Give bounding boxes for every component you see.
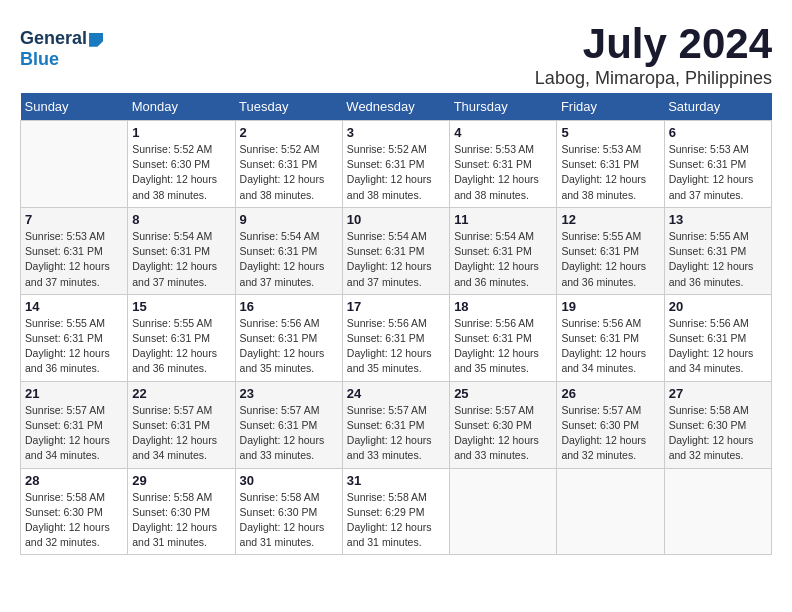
calendar-cell: 25Sunrise: 5:57 AM Sunset: 6:30 PM Dayli… bbox=[450, 381, 557, 468]
logo-icon bbox=[89, 33, 103, 47]
calendar-cell: 28Sunrise: 5:58 AM Sunset: 6:30 PM Dayli… bbox=[21, 468, 128, 555]
day-number: 24 bbox=[347, 386, 445, 401]
day-info: Sunrise: 5:56 AM Sunset: 6:31 PM Dayligh… bbox=[561, 316, 659, 377]
calendar-week-4: 21Sunrise: 5:57 AM Sunset: 6:31 PM Dayli… bbox=[21, 381, 772, 468]
day-info: Sunrise: 5:57 AM Sunset: 6:31 PM Dayligh… bbox=[25, 403, 123, 464]
calendar-cell bbox=[557, 468, 664, 555]
calendar-cell: 4Sunrise: 5:53 AM Sunset: 6:31 PM Daylig… bbox=[450, 121, 557, 208]
day-info: Sunrise: 5:53 AM Sunset: 6:31 PM Dayligh… bbox=[454, 142, 552, 203]
page-subtitle: Labog, Mimaropa, Philippines bbox=[20, 68, 772, 89]
calendar-cell: 3Sunrise: 5:52 AM Sunset: 6:31 PM Daylig… bbox=[342, 121, 449, 208]
day-info: Sunrise: 5:55 AM Sunset: 6:31 PM Dayligh… bbox=[25, 316, 123, 377]
calendar-cell: 13Sunrise: 5:55 AM Sunset: 6:31 PM Dayli… bbox=[664, 207, 771, 294]
calendar-cell: 14Sunrise: 5:55 AM Sunset: 6:31 PM Dayli… bbox=[21, 294, 128, 381]
day-info: Sunrise: 5:55 AM Sunset: 6:31 PM Dayligh… bbox=[132, 316, 230, 377]
logo-blue: Blue bbox=[20, 49, 59, 69]
calendar-week-5: 28Sunrise: 5:58 AM Sunset: 6:30 PM Dayli… bbox=[21, 468, 772, 555]
logo-general: General bbox=[20, 28, 87, 48]
day-number: 2 bbox=[240, 125, 338, 140]
day-info: Sunrise: 5:57 AM Sunset: 6:30 PM Dayligh… bbox=[454, 403, 552, 464]
day-info: Sunrise: 5:57 AM Sunset: 6:31 PM Dayligh… bbox=[132, 403, 230, 464]
calendar-cell: 15Sunrise: 5:55 AM Sunset: 6:31 PM Dayli… bbox=[128, 294, 235, 381]
day-number: 10 bbox=[347, 212, 445, 227]
column-header-sunday: Sunday bbox=[21, 93, 128, 121]
day-number: 13 bbox=[669, 212, 767, 227]
day-number: 11 bbox=[454, 212, 552, 227]
calendar-cell: 31Sunrise: 5:58 AM Sunset: 6:29 PM Dayli… bbox=[342, 468, 449, 555]
day-info: Sunrise: 5:54 AM Sunset: 6:31 PM Dayligh… bbox=[240, 229, 338, 290]
calendar-cell: 21Sunrise: 5:57 AM Sunset: 6:31 PM Dayli… bbox=[21, 381, 128, 468]
calendar-cell: 10Sunrise: 5:54 AM Sunset: 6:31 PM Dayli… bbox=[342, 207, 449, 294]
day-info: Sunrise: 5:57 AM Sunset: 6:30 PM Dayligh… bbox=[561, 403, 659, 464]
calendar-cell: 2Sunrise: 5:52 AM Sunset: 6:31 PM Daylig… bbox=[235, 121, 342, 208]
calendar-week-3: 14Sunrise: 5:55 AM Sunset: 6:31 PM Dayli… bbox=[21, 294, 772, 381]
day-number: 31 bbox=[347, 473, 445, 488]
calendar-header-row: SundayMondayTuesdayWednesdayThursdayFrid… bbox=[21, 93, 772, 121]
calendar-cell: 23Sunrise: 5:57 AM Sunset: 6:31 PM Dayli… bbox=[235, 381, 342, 468]
calendar-cell: 1Sunrise: 5:52 AM Sunset: 6:30 PM Daylig… bbox=[128, 121, 235, 208]
calendar-cell: 22Sunrise: 5:57 AM Sunset: 6:31 PM Dayli… bbox=[128, 381, 235, 468]
calendar-cell: 9Sunrise: 5:54 AM Sunset: 6:31 PM Daylig… bbox=[235, 207, 342, 294]
calendar-cell: 20Sunrise: 5:56 AM Sunset: 6:31 PM Dayli… bbox=[664, 294, 771, 381]
day-number: 1 bbox=[132, 125, 230, 140]
day-number: 29 bbox=[132, 473, 230, 488]
logo: General Blue bbox=[20, 28, 103, 70]
day-number: 8 bbox=[132, 212, 230, 227]
day-info: Sunrise: 5:55 AM Sunset: 6:31 PM Dayligh… bbox=[561, 229, 659, 290]
calendar-cell bbox=[664, 468, 771, 555]
calendar-cell bbox=[21, 121, 128, 208]
day-info: Sunrise: 5:56 AM Sunset: 6:31 PM Dayligh… bbox=[669, 316, 767, 377]
calendar-cell: 24Sunrise: 5:57 AM Sunset: 6:31 PM Dayli… bbox=[342, 381, 449, 468]
calendar-cell: 8Sunrise: 5:54 AM Sunset: 6:31 PM Daylig… bbox=[128, 207, 235, 294]
day-number: 23 bbox=[240, 386, 338, 401]
day-number: 21 bbox=[25, 386, 123, 401]
day-info: Sunrise: 5:58 AM Sunset: 6:29 PM Dayligh… bbox=[347, 490, 445, 551]
day-number: 7 bbox=[25, 212, 123, 227]
day-info: Sunrise: 5:56 AM Sunset: 6:31 PM Dayligh… bbox=[347, 316, 445, 377]
column-header-wednesday: Wednesday bbox=[342, 93, 449, 121]
day-info: Sunrise: 5:58 AM Sunset: 6:30 PM Dayligh… bbox=[240, 490, 338, 551]
day-info: Sunrise: 5:55 AM Sunset: 6:31 PM Dayligh… bbox=[669, 229, 767, 290]
calendar-cell: 11Sunrise: 5:54 AM Sunset: 6:31 PM Dayli… bbox=[450, 207, 557, 294]
calendar-cell: 19Sunrise: 5:56 AM Sunset: 6:31 PM Dayli… bbox=[557, 294, 664, 381]
calendar-cell: 30Sunrise: 5:58 AM Sunset: 6:30 PM Dayli… bbox=[235, 468, 342, 555]
column-header-saturday: Saturday bbox=[664, 93, 771, 121]
page-header: July 2024 Labog, Mimaropa, Philippines bbox=[20, 20, 772, 89]
day-number: 15 bbox=[132, 299, 230, 314]
day-info: Sunrise: 5:58 AM Sunset: 6:30 PM Dayligh… bbox=[132, 490, 230, 551]
calendar-cell: 12Sunrise: 5:55 AM Sunset: 6:31 PM Dayli… bbox=[557, 207, 664, 294]
day-info: Sunrise: 5:58 AM Sunset: 6:30 PM Dayligh… bbox=[25, 490, 123, 551]
day-number: 14 bbox=[25, 299, 123, 314]
day-number: 19 bbox=[561, 299, 659, 314]
day-number: 12 bbox=[561, 212, 659, 227]
calendar-cell: 16Sunrise: 5:56 AM Sunset: 6:31 PM Dayli… bbox=[235, 294, 342, 381]
day-info: Sunrise: 5:56 AM Sunset: 6:31 PM Dayligh… bbox=[240, 316, 338, 377]
day-info: Sunrise: 5:57 AM Sunset: 6:31 PM Dayligh… bbox=[347, 403, 445, 464]
calendar-cell: 6Sunrise: 5:53 AM Sunset: 6:31 PM Daylig… bbox=[664, 121, 771, 208]
day-number: 25 bbox=[454, 386, 552, 401]
calendar-week-2: 7Sunrise: 5:53 AM Sunset: 6:31 PM Daylig… bbox=[21, 207, 772, 294]
day-number: 16 bbox=[240, 299, 338, 314]
day-number: 20 bbox=[669, 299, 767, 314]
day-number: 22 bbox=[132, 386, 230, 401]
column-header-friday: Friday bbox=[557, 93, 664, 121]
day-number: 17 bbox=[347, 299, 445, 314]
day-info: Sunrise: 5:56 AM Sunset: 6:31 PM Dayligh… bbox=[454, 316, 552, 377]
day-number: 9 bbox=[240, 212, 338, 227]
day-info: Sunrise: 5:53 AM Sunset: 6:31 PM Dayligh… bbox=[561, 142, 659, 203]
day-info: Sunrise: 5:52 AM Sunset: 6:30 PM Dayligh… bbox=[132, 142, 230, 203]
day-number: 6 bbox=[669, 125, 767, 140]
calendar-week-1: 1Sunrise: 5:52 AM Sunset: 6:30 PM Daylig… bbox=[21, 121, 772, 208]
day-number: 18 bbox=[454, 299, 552, 314]
calendar-cell: 17Sunrise: 5:56 AM Sunset: 6:31 PM Dayli… bbox=[342, 294, 449, 381]
day-number: 3 bbox=[347, 125, 445, 140]
calendar-cell: 26Sunrise: 5:57 AM Sunset: 6:30 PM Dayli… bbox=[557, 381, 664, 468]
day-number: 4 bbox=[454, 125, 552, 140]
calendar-cell: 5Sunrise: 5:53 AM Sunset: 6:31 PM Daylig… bbox=[557, 121, 664, 208]
day-info: Sunrise: 5:58 AM Sunset: 6:30 PM Dayligh… bbox=[669, 403, 767, 464]
day-info: Sunrise: 5:54 AM Sunset: 6:31 PM Dayligh… bbox=[347, 229, 445, 290]
day-info: Sunrise: 5:52 AM Sunset: 6:31 PM Dayligh… bbox=[347, 142, 445, 203]
day-info: Sunrise: 5:53 AM Sunset: 6:31 PM Dayligh… bbox=[669, 142, 767, 203]
day-number: 27 bbox=[669, 386, 767, 401]
day-info: Sunrise: 5:54 AM Sunset: 6:31 PM Dayligh… bbox=[454, 229, 552, 290]
